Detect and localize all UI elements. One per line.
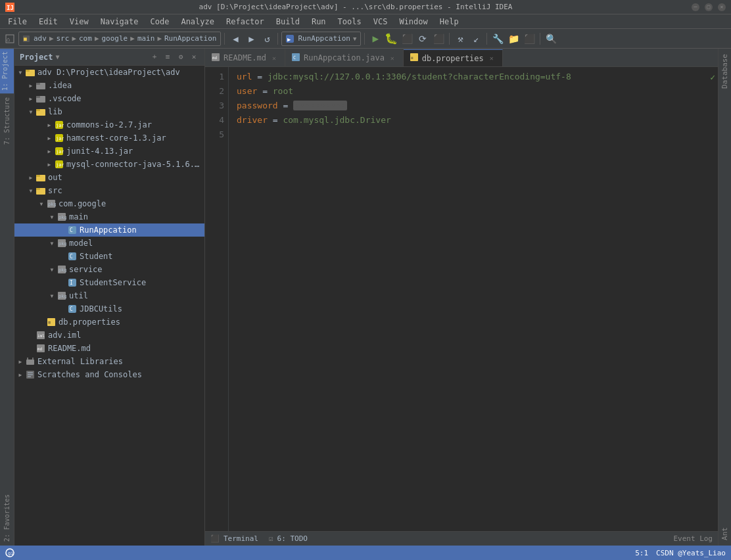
md-icon: md <box>35 343 46 354</box>
label-readme: README.md <box>48 344 91 353</box>
add-button[interactable]: + <box>149 52 160 62</box>
tree-item-junit[interactable]: ▶ jar junit-4.13.jar <box>14 145 204 158</box>
structure-tab[interactable]: 7: Structure <box>2 93 12 149</box>
tree-item-db-properties[interactable]: ▶ ≡ db.properties <box>14 315 204 329</box>
tree-item-service[interactable]: ▼ pkg service <box>14 263 204 276</box>
readme-tab-close[interactable]: ✕ <box>270 54 278 62</box>
window-controls[interactable]: ─ □ ✕ <box>692 3 726 11</box>
tree-item-commons-io[interactable]: ▶ jar commons-io-2.7.jar <box>14 118 204 131</box>
menu-vcs[interactable]: VCS <box>368 16 393 28</box>
coverage-button[interactable]: ⬛ <box>400 32 414 46</box>
terminal-tab[interactable]: ⬛ Terminal <box>210 534 258 543</box>
stop-button[interactable]: ⬛ <box>431 32 446 46</box>
project-selector[interactable]: ■ adv ▶ src ▶ com ▶ google ▶ main ▶ RunA… <box>18 32 221 46</box>
favorites-tab[interactable]: 2: Favorites <box>2 490 12 546</box>
menu-file[interactable]: File <box>3 16 32 28</box>
database-panel-tab[interactable]: Database <box>719 49 730 94</box>
close-button[interactable]: ✕ <box>718 3 726 11</box>
menu-edit[interactable]: Edit <box>34 16 63 28</box>
tree-item-runappcation[interactable]: ▶ C RunAppcation <box>14 223 204 237</box>
folder-icon-lib <box>35 106 46 117</box>
tab-readme[interactable]: md README.md ✕ <box>205 49 285 66</box>
arrow-student: ▶ <box>58 252 67 261</box>
dbprops-tab-close[interactable]: ✕ <box>488 55 496 62</box>
build-button[interactable]: ⚒ <box>453 32 467 46</box>
tree-item-ext-libs[interactable]: ▶ External Libraries <box>14 355 204 368</box>
label-studentservice: StudentService <box>80 278 146 287</box>
debug-button[interactable]: 🐛 <box>384 32 398 46</box>
arrow-service: ▼ <box>47 265 57 274</box>
run-button[interactable]: ▶ <box>368 32 383 46</box>
maximize-button[interactable]: □ <box>705 3 713 11</box>
menu-refactor[interactable]: Refactor <box>221 16 270 28</box>
toolbar-home[interactable]: ⌂ <box>3 32 17 46</box>
tree-item-model[interactable]: ▼ pkg model <box>14 237 204 250</box>
toolbar-sep-2 <box>277 33 278 45</box>
tree-item-com-google[interactable]: ▼ pkg com.google <box>14 197 204 210</box>
arrow-model: ▼ <box>47 239 57 248</box>
tree-item-out[interactable]: ▶ out <box>14 171 204 184</box>
menu-analyze[interactable]: Analyze <box>176 16 220 28</box>
code-editor[interactable]: url = jdbc:mysql://127.0.0.1:3306/studen… <box>229 67 718 531</box>
tree-item-mysql-connector[interactable]: ▶ jar mysql-connector-java-5.1.6.jar <box>14 158 204 171</box>
svg-rect-11 <box>36 83 40 85</box>
tree-item-student[interactable]: ▶ C Student <box>14 250 204 263</box>
tree-item-util[interactable]: ▼ pkg util <box>14 289 204 302</box>
run-config-selector[interactable]: ▶ RunAppcation ▼ <box>281 32 361 46</box>
menu-window[interactable]: Window <box>394 16 433 28</box>
ant-panel-tab[interactable]: Ant <box>719 522 730 546</box>
settings-gear-icon[interactable]: ⚙ <box>176 52 186 62</box>
sort-button[interactable]: ≡ <box>162 52 173 62</box>
toolbar-sep-6 <box>540 33 540 45</box>
event-log[interactable]: Event Log <box>673 534 713 543</box>
tree-item-readme[interactable]: ▶ md README.md <box>14 342 204 355</box>
tree-item-hamcrest[interactable]: ▶ jar hamcrest-core-1.3.jar <box>14 131 204 145</box>
menu-build[interactable]: Build <box>271 16 305 28</box>
menu-code[interactable]: Code <box>145 16 175 28</box>
minimize-button[interactable]: ─ <box>692 3 699 11</box>
close-panel-button[interactable]: ✕ <box>189 52 199 62</box>
back-button[interactable]: ◀ <box>228 32 243 46</box>
tree-item-adv-iml[interactable]: ▶ iml adv.iml <box>14 329 204 342</box>
svg-text:pkg: pkg <box>59 241 66 246</box>
terminal-button[interactable]: ⬛ <box>522 32 536 46</box>
folder-button[interactable]: 📁 <box>506 32 521 46</box>
menu-view[interactable]: View <box>64 16 94 28</box>
wrench-button[interactable]: 🔧 <box>490 32 505 46</box>
tree-item-jdbcutils[interactable]: ▶ C JDBCUtils <box>14 302 204 315</box>
com-label: com <box>79 34 92 43</box>
tree-item-scratches[interactable]: ▶ Scratches and Consoles <box>14 368 204 381</box>
tab-dbprops[interactable]: ≡ db.properties ✕ <box>404 49 503 66</box>
tree-item-main[interactable]: ▼ pkg main <box>14 210 204 223</box>
props-icon-db: ≡ <box>46 317 57 327</box>
tree-item-idea[interactable]: ▶ .idea <box>14 79 204 92</box>
menu-navigate[interactable]: Navigate <box>95 16 144 28</box>
project-tab[interactable]: 1: Project <box>0 49 14 93</box>
arrow-ext-libs: ▶ <box>16 357 25 366</box>
tree-item-vscode[interactable]: ▶ .vscode <box>14 92 204 105</box>
title-bar: IJ adv [D:\Project\ideaProject\adv] - ..… <box>0 0 731 14</box>
svg-text:pkg: pkg <box>59 268 66 273</box>
tree-item-studentservice[interactable]: ▶ I StudentService <box>14 276 204 289</box>
menu-tools[interactable]: Tools <box>333 16 367 28</box>
menu-run[interactable]: Run <box>306 16 331 28</box>
project-dropdown-arrow[interactable]: ▼ <box>56 53 60 60</box>
profile-button[interactable]: ⟳ <box>415 32 430 46</box>
todo-tab[interactable]: ☑ 6: TODO <box>269 534 308 543</box>
tree-item-lib[interactable]: ▼ lib <box>14 105 204 118</box>
label-commons-io: commons-io-2.7.jar <box>66 120 152 129</box>
search-everywhere[interactable]: 🔍 <box>544 32 558 46</box>
tree-item-src[interactable]: ▼ src <box>14 184 204 197</box>
ext-libs-icon <box>25 356 35 367</box>
tab-runappcation[interactable]: C RunAppcation.java ✕ <box>285 49 404 66</box>
todo-icon: ☑ <box>269 534 273 543</box>
code-wrapper: url = jdbc:mysql://127.0.0.1:3306/studen… <box>229 67 718 531</box>
refresh-button[interactable]: ↺ <box>260 32 274 46</box>
menu-help[interactable]: Help <box>435 16 464 28</box>
forward-button[interactable]: ▶ <box>244 32 258 46</box>
tree-item-adv-root[interactable]: ▼ adv D:\Project\ideaProject\adv <box>14 66 204 79</box>
runappcation-tab-close[interactable]: ✕ <box>389 54 396 62</box>
label-adv-root: adv D:\Project\ideaProject\adv <box>37 68 180 77</box>
svg-text:jar: jar <box>56 136 64 141</box>
more-build[interactable]: ↙ <box>469 32 483 46</box>
